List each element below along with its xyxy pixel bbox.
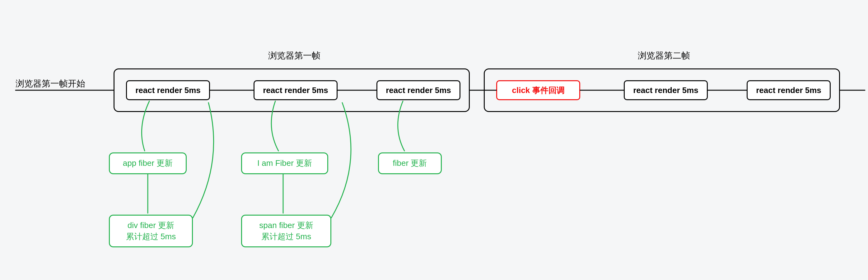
frame1-title: 浏览器第一帧 bbox=[268, 50, 320, 62]
chain3-top-box: fiber 更新 bbox=[378, 152, 442, 174]
frame1-slot-3: react render 5ms bbox=[376, 80, 460, 100]
timeline-start-label: 浏览器第一帧开始 bbox=[16, 78, 85, 90]
frame2-title: 浏览器第二帧 bbox=[638, 50, 690, 62]
frame2-slot-click-callback: click 事件回调 bbox=[496, 80, 580, 100]
chain2-top-box: I am Fiber 更新 bbox=[241, 152, 328, 174]
chain2-bottom-box: span fiber 更新 累计超过 5ms bbox=[241, 215, 331, 247]
frame2-slot-3: react render 5ms bbox=[747, 80, 831, 100]
frame1-slot-2: react render 5ms bbox=[253, 80, 338, 100]
frame1-slot-1: react render 5ms bbox=[126, 80, 210, 100]
chain1-bottom-box: div fiber 更新 累计超过 5ms bbox=[109, 215, 193, 247]
frame2-slot-2: react render 5ms bbox=[624, 80, 708, 100]
chain1-top-box: app fiber 更新 bbox=[109, 152, 187, 174]
